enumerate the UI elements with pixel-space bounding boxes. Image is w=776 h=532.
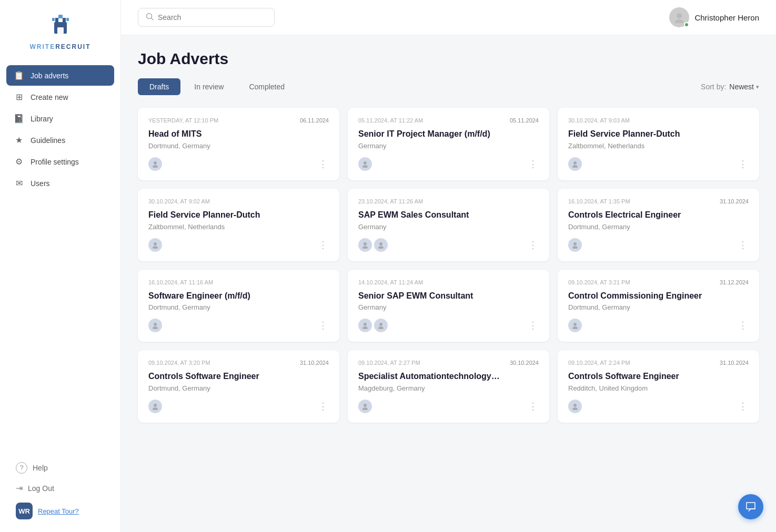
card-menu-button[interactable]: ⋮	[318, 401, 329, 412]
user-name: Christopher Heron	[694, 13, 759, 22]
tab-drafts[interactable]: Drafts	[138, 78, 180, 95]
sidebar-item-guidelines[interactable]: ★ Guidelines	[6, 130, 114, 150]
card-footer: ⋮	[148, 319, 329, 332]
users-icon: ✉	[14, 178, 24, 188]
sidebar-item-library[interactable]: 📓 Library	[6, 108, 114, 129]
tabs-bar: Drafts In review Completed Sort by: Newe…	[138, 78, 759, 95]
card-avatars	[148, 157, 162, 171]
card-date-deadline: 31.10.2024	[720, 360, 749, 366]
sort-dropdown[interactable]: Newest ▾	[729, 83, 759, 91]
card-footer: ⋮	[148, 238, 329, 252]
card-menu-button[interactable]: ⋮	[528, 239, 539, 251]
card-title: Specialist Automationtechnology…	[358, 371, 539, 382]
logo: WRITERECRUIT	[0, 0, 120, 61]
card-menu-button[interactable]: ⋮	[738, 401, 749, 412]
sidebar-help[interactable]: ? Help	[8, 458, 112, 478]
card-date-created: 30.10.2024, at 9:03 AM	[568, 117, 630, 124]
card-date-created: 09.10.2024, at 2:27 PM	[358, 360, 420, 366]
card-meta: 30.10.2024, at 9:03 AM	[568, 117, 749, 124]
online-indicator	[684, 22, 689, 27]
card-menu-button[interactable]: ⋮	[738, 158, 749, 170]
job-card[interactable]: 09.10.2024, at 2:27 PM 30.10.2024 Specia…	[348, 350, 549, 423]
job-card[interactable]: 30.10.2024, at 9:03 AM Field Service Pla…	[558, 108, 759, 180]
cards-grid: Yesterday, at 12:10 PM 06.11.2024 Head o…	[138, 108, 759, 423]
svg-point-32	[572, 326, 578, 329]
card-title: Software Engineer (m/f/d)	[148, 291, 329, 302]
search-icon	[146, 13, 154, 22]
sidebar-repeat-tour[interactable]: WR Repeat Tour?	[8, 498, 112, 524]
card-date-deadline: 06.11.2024	[300, 117, 329, 124]
job-card[interactable]: 23.10.2024, at 11:26 AM SAP EWM Sales Co…	[348, 189, 549, 261]
svg-point-16	[572, 165, 578, 168]
job-adverts-icon: 📋	[14, 70, 24, 80]
card-date-created: Yesterday, at 12:10 PM	[148, 117, 218, 124]
job-card[interactable]: 16.10.2024, at 1:35 PM 31.10.2024 Contro…	[558, 189, 759, 261]
card-avatar	[374, 319, 388, 332]
svg-point-26	[153, 326, 158, 329]
search-input[interactable]	[158, 13, 267, 22]
card-date-created: 05.11.2024, at 11:22 AM	[358, 117, 423, 124]
card-avatars	[358, 319, 388, 332]
card-date-created: 23.10.2024, at 11:26 AM	[358, 198, 423, 204]
card-menu-button[interactable]: ⋮	[528, 320, 539, 331]
card-meta: 16.10.2024, at 11:16 AM	[148, 279, 329, 285]
card-date-created: 16.10.2024, at 1:35 PM	[568, 198, 630, 204]
card-date-created: 16.10.2024, at 11:16 AM	[148, 279, 213, 285]
svg-point-35	[364, 404, 367, 407]
card-title: Field Service Planner-Dutch	[148, 210, 329, 221]
card-menu-button[interactable]: ⋮	[318, 158, 329, 170]
card-title: Senior IT Project Manager (m/f/d)	[358, 129, 539, 140]
card-title: Field Service Planner-Dutch	[568, 129, 749, 140]
job-card[interactable]: 09.10.2024, at 2:24 PM 31.10.2024 Contro…	[558, 350, 759, 423]
tab-in-review[interactable]: In review	[183, 78, 235, 95]
card-avatar	[358, 238, 372, 252]
repeat-tour-label[interactable]: Repeat Tour?	[38, 507, 79, 515]
card-menu-button[interactable]: ⋮	[738, 239, 749, 251]
card-avatars	[148, 400, 162, 413]
job-card[interactable]: Yesterday, at 12:10 PM 06.11.2024 Head o…	[138, 108, 339, 180]
svg-point-14	[362, 165, 368, 168]
sidebar-item-job-adverts[interactable]: 📋 Job adverts	[6, 65, 114, 86]
library-icon: 📓	[14, 114, 24, 124]
job-card[interactable]: 05.11.2024, at 11:22 AM 05.11.2024 Senio…	[348, 108, 549, 180]
card-avatar	[148, 238, 162, 252]
search-bar[interactable]	[138, 8, 275, 27]
job-card[interactable]: 30.10.2024, at 9:02 AM Field Service Pla…	[138, 189, 339, 261]
svg-line-8	[152, 18, 154, 21]
card-meta: 23.10.2024, at 11:26 AM	[358, 198, 539, 204]
tab-completed[interactable]: Completed	[237, 78, 296, 95]
help-label: Help	[33, 464, 48, 472]
card-footer: ⋮	[568, 157, 749, 171]
svg-point-34	[153, 407, 158, 410]
card-footer: ⋮	[148, 157, 329, 171]
card-location: Germany	[358, 142, 539, 150]
card-menu-button[interactable]: ⋮	[318, 239, 329, 251]
job-card[interactable]: 09.10.2024, at 3:21 PM 31.12.2024 Contro…	[558, 270, 759, 342]
sidebar-logout[interactable]: ⇥ Log Out	[8, 479, 112, 497]
svg-point-22	[378, 246, 384, 249]
avatar	[669, 7, 689, 27]
card-location: Redditch, United Kingdom	[568, 384, 749, 392]
sidebar-item-profile-settings[interactable]: ⚙ Profile settings	[6, 151, 114, 172]
card-location: Zaltbommel, Netherlands	[148, 223, 329, 231]
job-card[interactable]: 14.10.2024, at 11:24 AM Senior SAP EWM C…	[348, 270, 549, 342]
svg-rect-1	[63, 18, 66, 22]
card-menu-button[interactable]: ⋮	[528, 401, 539, 412]
logo-wordmark: WRITERECRUIT	[29, 43, 90, 50]
card-location: Magdeburg, Germany	[358, 384, 539, 392]
card-menu-button[interactable]: ⋮	[318, 320, 329, 331]
sidebar-item-users[interactable]: ✉ Users	[6, 173, 114, 193]
job-card[interactable]: 16.10.2024, at 11:16 AM Software Enginee…	[138, 270, 339, 342]
card-title: Controls Electrical Engineer	[568, 210, 749, 221]
card-location: Dortmund, Germany	[568, 303, 749, 311]
job-card[interactable]: 09.10.2024, at 3:20 PM 31.10.2024 Contro…	[138, 350, 339, 423]
card-menu-button[interactable]: ⋮	[738, 320, 749, 331]
card-date-deadline: 31.12.2024	[720, 279, 749, 285]
card-menu-button[interactable]: ⋮	[528, 158, 539, 170]
help-icon: ?	[16, 462, 27, 474]
card-location: Zaltbommel, Netherlands	[568, 142, 749, 150]
chat-button[interactable]	[738, 494, 763, 519]
chevron-down-icon: ▾	[756, 84, 759, 90]
sidebar-item-create-new[interactable]: ⊞ Create new	[6, 87, 114, 107]
card-date-created: 09.10.2024, at 3:21 PM	[568, 279, 630, 285]
